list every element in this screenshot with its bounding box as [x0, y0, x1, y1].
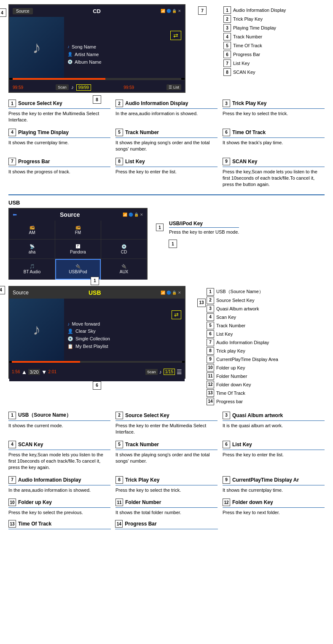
cd-shuffle-icon[interactable]: ⇄ [170, 31, 181, 40]
callout-4: 4 [0, 8, 6, 17]
cd-artist-name: Artist Name [75, 52, 99, 57]
usb-scan2[interactable]: Scan [145, 369, 158, 375]
usb-desc-text-8: Press the key to select the trick. [115, 487, 218, 493]
usb-down-btn[interactable]: ▼ [41, 369, 47, 375]
source-aux[interactable]: 🔌AUX [101, 259, 147, 280]
legend-num-2: 2 [223, 15, 231, 23]
usb-leg-3: 3 [207, 305, 214, 313]
usb-desc-9: 9 CurrentPlayTime Display Ar It shows th… [223, 476, 325, 493]
usb-leg-12: 12 [207, 381, 214, 388]
usb-leg-label-3: Quasi Album artwork [216, 306, 259, 311]
usb-desc-text-2: Press the key to enter the Multimedia Se… [115, 423, 218, 436]
usb-time-left: 1:56 [12, 369, 20, 374]
source-bt[interactable]: 🎵BT Audio [9, 259, 55, 280]
usb-desc-text-9: It shows the currentplay time. [223, 487, 325, 493]
usb-desc-title-12: Folder down Key [232, 499, 273, 505]
usb-note-icon: ♪ [159, 369, 162, 375]
cd-time-left: 99:59 [13, 85, 23, 90]
cd-source-btn[interactable]: Source [13, 8, 33, 14]
source-pandora[interactable]: 🅿Pandora [55, 240, 101, 259]
usb-leg-label-12: Folder down Key [216, 382, 251, 387]
section-divider [8, 194, 325, 195]
legend-num-8: 8 [223, 68, 231, 76]
source-cd[interactable]: 💿CD [101, 240, 147, 259]
desc-item-8: 8 List Key Press the key to enter the li… [115, 158, 218, 188]
legend-label-3: Playing Time Display [233, 25, 276, 30]
usb-leg-label-6: List Key [216, 331, 233, 337]
cd-screen-wrapper: 1 4 Source CD 📶 🔵 🔒 ✕ [8, 4, 202, 95]
usb-leg-label-5: Track Number [216, 323, 245, 328]
usb-leg-5: 5 [207, 322, 214, 329]
usb-up-btn[interactable]: ▲ [21, 369, 27, 375]
usb-leg-2: 2 [207, 296, 214, 304]
source-aha[interactable]: 📡aha [9, 240, 55, 259]
usb-shuffle[interactable]: ⇄ [172, 310, 181, 319]
usb-source-section: ⬅ Source 📶 🔵 🔒 ✕ 📻AM 📻FM 📡aha [8, 208, 325, 280]
cd-descriptions: 1 Source Select Key Press the key to ent… [8, 100, 325, 188]
usb-desc-1: 1 USB（Source Name） It shows the current … [8, 412, 110, 436]
desc-item-4: 4 Playing Time Display It shows the curr… [8, 129, 110, 153]
usb-leg-label-9: CurrentPlayTime Display Area [216, 357, 278, 362]
usb-desc-text-7: In the area,audio information is showed. [8, 487, 110, 493]
usb-desc-text-3: It is the quasi album art work. [223, 423, 325, 429]
desc-title-9: SCAN Key [232, 159, 257, 164]
usb-desc-text-6: Press the key to enter the list. [223, 452, 325, 458]
usb-leg-14: 14 [207, 398, 214, 405]
usb-desc-num-5: 5 [115, 441, 123, 448]
usb-desc-6: 6 List Key Press the key to enter the li… [223, 441, 325, 471]
desc-text-1: Press the key to enter the Multimedia Se… [8, 110, 110, 124]
usb-leg-9: 9 [207, 356, 214, 363]
source-am[interactable]: 📻AM [9, 221, 55, 240]
desc-title-1: Source Select Key [18, 100, 62, 106]
usb-source-wrapper: ⬅ Source 📶 🔵 🔒 ✕ 📻AM 📻FM 📡aha [8, 208, 148, 280]
source-fm[interactable]: 📻FM [55, 221, 101, 240]
usb-desc-num-8: 8 [115, 476, 123, 484]
usb-main-wrapper: 1 2 3 10 9 4 Source USB 📶 🔵 🔒 ✕ [8, 286, 185, 405]
usb-desc-num-11: 11 [115, 498, 123, 506]
usb-desc-2: 2 Source Select Key Press the key to ent… [115, 412, 218, 436]
usb-desc-title-13: Time Of Track [18, 521, 51, 527]
usb-main-screen: Source USB 📶 🔵 🔒 ✕ ♪ ⇄ ♪Move forward 👤Cl [8, 286, 185, 379]
cd-screen: Source CD 📶 🔵 🔒 ✕ ♪ ⇄ [8, 4, 185, 93]
usb-leg-label-10: Folder up Key [216, 365, 245, 370]
cd-list-btn[interactable]: ☰ List [166, 84, 181, 90]
usb-folder-track: 1/15 [164, 369, 175, 375]
usb-main-section: 1 2 3 10 9 4 Source USB 📶 🔵 🔒 ✕ [8, 286, 325, 405]
usb-leg-8: 8 [207, 347, 214, 355]
usb-desc-empty [222, 520, 325, 531]
usb-leg-10: 10 [207, 364, 214, 372]
usb-leg-label-13: Time Of Track [216, 391, 245, 396]
legend-label-4: Track Number [233, 34, 262, 39]
cd-scan-btn[interactable]: Scan [56, 84, 69, 90]
usb-desc-num-4: 4 [8, 441, 16, 448]
usb-desc-text-11: It shows the total folder number. [115, 509, 218, 516]
cd-time-right: 99:59 [124, 85, 134, 90]
usb-desc-text-4: Press the key,Scan mode lets you listen … [8, 452, 110, 471]
usb-desc-14: 14 Progress Bar [115, 520, 218, 531]
callout-8-bottom: 8 [93, 95, 101, 104]
usb-leg-13: 13 [207, 389, 214, 397]
usb-leg-1: 1 [207, 288, 214, 296]
desc-title-5: Track Number [125, 129, 159, 135]
desc-num-4: 4 [8, 129, 16, 136]
usb-main-title: USB [89, 289, 101, 296]
usb-source-screen: ⬅ Source 📶 🔵 🔒 ✕ 📻AM 📻FM 📡aha [8, 208, 148, 280]
desc-num-6: 6 [223, 129, 230, 136]
usb-desc-3: 3 Quasi Album artwork It is the quasi al… [223, 412, 325, 436]
usb-source-key-text: Press the key to enter USB mode. [169, 229, 239, 234]
legend-label-1: Audio Information Display [233, 8, 286, 13]
desc-num-5: 5 [115, 129, 123, 136]
cd-section: 1 4 Source CD 📶 🔵 🔒 ✕ [8, 4, 325, 95]
desc-num-8: 8 [115, 158, 123, 165]
usb-desc-7: 7 Audio Information Display In the area,… [8, 476, 110, 493]
usb-desc-title-1: USB（Source Name） [18, 412, 71, 419]
usb-main-info: ⇄ ♪Move forward 👤Clear Sky 💿Single Colle… [64, 299, 185, 361]
usb-playlist: My Best Playlist [75, 344, 108, 349]
usb-desc-5: 5 Track Number It shows the playing song… [115, 441, 218, 471]
usb-source-legend: 1 USB/iPod Key Press the key to enter US… [156, 208, 239, 237]
usb-desc-num-13: 13 [8, 520, 16, 528]
usb-desc-text-10: Press the key to select the previous. [8, 509, 110, 516]
usb-list-icon[interactable]: ☰ [177, 369, 182, 375]
cd-album-art: ♪ [9, 17, 64, 78]
desc-text-8: Press the key to enter the list. [115, 169, 218, 175]
